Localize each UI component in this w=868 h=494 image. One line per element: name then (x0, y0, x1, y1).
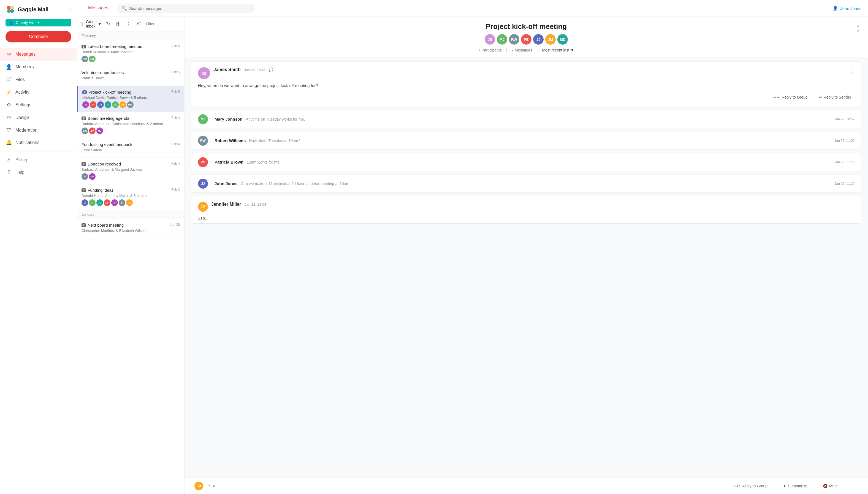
sidebar-item-notifications[interactable]: 🔔 Notifications (0, 136, 77, 149)
sidebar-item-label-notifications: Notifications (15, 140, 39, 145)
summarize-btn[interactable]: ✦ Summarize (778, 481, 812, 490)
message-card: JS James Smith Jan 22, 10:42 💬 ⋮ Hey, wh… (191, 61, 862, 107)
collapse-thread-btn[interactable]: ∧ (856, 23, 859, 28)
msg-body-collapsed: Can we make it 11am instead? I have anot… (241, 182, 350, 186)
msg-avatar: PB (198, 157, 208, 167)
message-more-btn[interactable]: ⋮ (849, 67, 854, 74)
msg-sender-name-collapsed: John Jones (214, 181, 237, 186)
delete-btn[interactable]: 🗑 (115, 20, 122, 28)
svg-point-1 (10, 6, 14, 10)
message-item[interactable]: 2 Next board meeting Jan 30 Christopher … (77, 219, 184, 239)
reply-group-btn[interactable]: ↩↩ Reply to Group (770, 93, 811, 101)
msg-avatar: MJ (198, 114, 208, 124)
message-item[interactable]: 3 Latest board meeting minutes Feb 5 Rob… (77, 40, 184, 66)
tag-btn[interactable]: 🏷 (135, 20, 143, 28)
sidebar-item-members[interactable]: 👤 Members (0, 61, 77, 73)
summarize-icon: ✦ (783, 484, 786, 488)
sidebar-item-settings[interactable]: ⚙ Settings (0, 99, 77, 111)
msg-sender-name: Jennifer Miller (211, 202, 241, 207)
logo-area: Gaggle Mail ‹ (0, 4, 77, 19)
inbox-chevron-icon: ▼ (98, 22, 102, 26)
user-profile-btn[interactable]: 👤 John Jones (833, 6, 862, 11)
message-item[interactable]: 7 Funding ideas Feb 3 Donald Harris, Ant… (77, 184, 184, 210)
reply-sender-btn[interactable]: ↩ Reply to Sender (815, 93, 854, 101)
avatar-chip: MJ (96, 128, 103, 134)
filter-input[interactable] (146, 22, 185, 26)
search-bar: 🔍 (117, 4, 255, 13)
message-card-collapsed[interactable]: JJ John Jones Can we make it 11am instea… (191, 175, 862, 193)
thread-bottom-bar: JM ∧ ∨ ↩↩ Reply to Group ✦ Summarize 🔇 M… (185, 477, 868, 494)
msg-body-collapsed: 10am works for me. (247, 160, 281, 165)
sidebar-item-design[interactable]: ✏ Design (0, 111, 77, 124)
thread-avatar: RW (509, 34, 519, 44)
message-card-last: JM Jennifer Miller Jan 22, 13:58 11a... (191, 196, 862, 224)
month-label-february: February (77, 32, 184, 40)
sidebar-item-label-design: Design (15, 115, 29, 120)
more-bottom-btn[interactable]: ⋯ (849, 481, 862, 490)
avatar-chip: AL (126, 200, 133, 206)
sidebar-item-moderation[interactable]: 🛡 Moderation (0, 124, 77, 136)
message-preview: Robert Williams & Mary Johnson (81, 50, 180, 54)
sidebar-item-messages[interactable]: ✉ Messages (0, 48, 77, 61)
compose-button[interactable]: Compose (5, 31, 71, 42)
thread-header: ∧ ∨ Project kick-off meeting JS MJ RW PB… (185, 17, 868, 57)
mute-icon: 🔇 (823, 484, 828, 488)
sidebar-item-help[interactable]: ? Help (0, 166, 77, 178)
sidebar-item-billing[interactable]: $ Billing (0, 154, 77, 166)
notifications-icon: 🔔 (5, 139, 12, 146)
message-item[interactable]: Fundraising event feedback Feb 4 Linda G… (77, 138, 184, 158)
message-preview: Michael Davis, Patricia Brown & 5 others (82, 96, 180, 100)
inbox-selector[interactable]: Group Inbox ▼ (86, 20, 102, 28)
message-date: Feb 4 (171, 162, 180, 166)
mute-btn[interactable]: 🔇 Mute (818, 481, 842, 490)
refresh-btn[interactable]: ↻ (105, 20, 111, 28)
last-msg-expand-icon[interactable]: ∧ (208, 484, 211, 488)
message-item-header: 7 Project kick-off meeting Feb 5 (82, 90, 180, 94)
last-msg-collapse-icon[interactable]: ∨ (213, 484, 215, 488)
message-title: 7 Project kick-off meeting (82, 90, 131, 94)
more-options-btn[interactable]: ⋮ (125, 20, 132, 28)
group-tag[interactable]: 👥 Charity Aid ▼ (5, 19, 71, 26)
message-item[interactable]: 5 Board meeting agenda Feb 4 Barbara And… (77, 112, 184, 138)
message-item-active[interactable]: 7 Project kick-off meeting Feb 5 Michael… (77, 86, 184, 112)
msg-sender-name-collapsed: Robert Williams (214, 138, 246, 143)
message-count: 3 (81, 44, 86, 49)
avatar-chip: JV (96, 200, 103, 206)
msg-timestamp-collapsed: Jan 22, 11:20 (834, 182, 854, 186)
msg-avatar: JM (198, 202, 208, 212)
thread-avatars: JS MJ RW PB JJ JM MD (193, 34, 859, 44)
msg-timestamp-collapsed: Jan 22, 10:52 (834, 117, 854, 121)
billing-icon: $ (5, 157, 12, 163)
sort-btn[interactable]: Most recent last ▼ (542, 48, 574, 52)
message-card-collapsed[interactable]: MJ Mary Johnson Anytime on Tuesday works… (191, 110, 862, 128)
thread-meta-separator: | (506, 48, 507, 52)
message-card-collapsed[interactable]: PB Patricia Brown 10am works for me. Jan… (191, 153, 862, 171)
reply-group-bottom-btn[interactable]: ↩↩ Reply to Group (729, 481, 772, 490)
select-all-checkbox[interactable] (81, 21, 83, 26)
sidebar-nav: ✉ Messages 👤 Members 📄 Files ⚡ Activity … (0, 48, 77, 178)
message-date: Feb 5 (171, 70, 180, 74)
message-item[interactable]: Volunteer opportunities Feb 5 Patricia B… (77, 66, 184, 86)
avatar-chip: DI (81, 200, 88, 206)
message-title: Fundraising event feedback (81, 142, 132, 147)
tab-messages[interactable]: Messages (84, 3, 113, 13)
help-icon: ? (5, 169, 12, 175)
reply-sender-icon: ↩ (819, 95, 822, 99)
avatar-chip: RW (127, 101, 134, 108)
sidebar-collapse-btn[interactable]: ‹ (70, 7, 71, 12)
thread-meta: 7 Participants | 7 Messages | Most recen… (193, 48, 859, 52)
message-item[interactable]: 2 Donation received Feb 4 Barbara Anders… (77, 158, 184, 184)
svg-point-0 (7, 6, 11, 10)
month-label-january: January (77, 210, 184, 219)
thread-avatar: JJ (533, 34, 544, 44)
sidebar-item-files[interactable]: 📄 Files (0, 73, 77, 86)
sort-chevron-icon: ▼ (570, 48, 574, 52)
thread-panel: ∧ ∨ Project kick-off meeting JS MJ RW PB… (185, 17, 868, 494)
search-input[interactable] (129, 6, 250, 11)
msg-avatar: JJ (198, 179, 208, 189)
sidebar-item-activity[interactable]: ⚡ Activity (0, 86, 77, 99)
message-card-collapsed[interactable]: RW Robert Williams How about Tuesday at … (191, 132, 862, 150)
sidebar-item-label-settings: Settings (15, 102, 32, 108)
expand-thread-btn[interactable]: ∨ (856, 29, 859, 33)
message-count: 7 (82, 90, 87, 94)
